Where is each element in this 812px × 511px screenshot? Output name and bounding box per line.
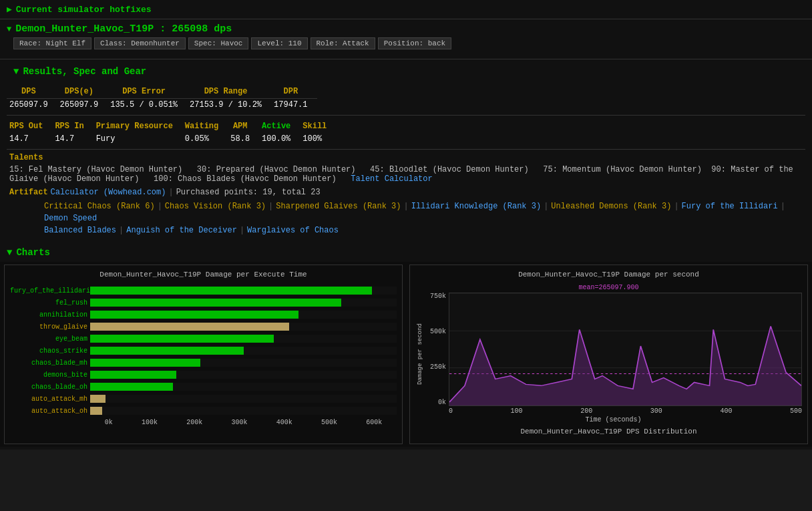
- talents-label: Talents: [9, 153, 43, 162]
- main-title-section: ▼ Demon_Hunter_Havoc_T19P : 265098 dps R…: [0, 19, 812, 59]
- hotfix-label: Current simulator hotfixes: [16, 5, 152, 15]
- bar-fill: [90, 359, 200, 367]
- power-chaos-vision[interactable]: Chaos Vision (Rank 3): [165, 202, 266, 211]
- artifact-calculator-link: Calculator (Wowhead.com): [51, 188, 166, 197]
- line-chart-container: Demon_Hunter_Havoc_T19P Damage per secon…: [409, 265, 808, 444]
- bar-row: chaos_blade_oh: [10, 381, 397, 392]
- val-dpse: 265097.9: [57, 99, 108, 112]
- val-rps-out: 14.7: [7, 133, 52, 145]
- hotfix-triangle-icon: ▶: [7, 4, 12, 15]
- y-axis-labels: 750k 500k 250k 0k: [425, 293, 449, 406]
- bar-container: [90, 407, 397, 415]
- bar-label: chaos_blade_mh: [10, 359, 90, 367]
- bar-row: fury_of_the_illidari: [10, 285, 397, 296]
- page-title: Demon_Hunter_Havoc_T19P : 265098 dps: [15, 23, 232, 35]
- th-dpse: DPS(e): [57, 85, 108, 99]
- bar-fill: [90, 335, 274, 343]
- rps-table: RPS Out RPS In Primary Resource Waiting …: [7, 120, 336, 145]
- bar-fill: [90, 395, 106, 403]
- th-primary-resource: Primary Resource: [93, 120, 182, 133]
- power-demon-speed[interactable]: Demon Speed: [44, 214, 97, 223]
- th-apm: APM: [228, 120, 259, 133]
- bar-label: auto_attack_oh: [10, 407, 90, 415]
- th-rps-in: RPS In: [52, 120, 93, 133]
- th-dps-range: DPS Range: [187, 85, 271, 99]
- val-dpr: 17947.1: [271, 99, 317, 112]
- artifact-purchased: Purchased points: 19, total 23: [176, 188, 321, 197]
- val-dps-error: 135.5 / 0.051%: [108, 99, 187, 112]
- artifact-powers: Critical Chaos (Rank 6) | Chaos Vision (…: [7, 199, 805, 226]
- results-title: ▼ Results, Spec and Gear: [7, 62, 805, 81]
- bar-x-axis: 0k 100k 200k 300k 400k 500k 600k: [10, 419, 397, 426]
- line-chart-title: Demon_Hunter_Havoc_T19P Damage per secon…: [415, 271, 802, 279]
- bar-container: [90, 299, 397, 307]
- x-axis-title: Time (seconds): [425, 416, 802, 423]
- th-dps: DPS: [7, 85, 57, 99]
- power-unleashed-demons[interactable]: Unleashed Demons (Rank 3): [551, 202, 671, 211]
- bar-label: demons_bite: [10, 371, 90, 379]
- race-tag: Race: Night Elf: [13, 37, 91, 49]
- bar-fill: [90, 347, 244, 355]
- power-anguish-deceiver[interactable]: Anguish of the Deceiver: [126, 226, 237, 235]
- bar-row: chaos_blade_mh: [10, 357, 397, 368]
- talents-row: Talents 15: Fel Mastery (Havoc Demon Hun…: [7, 151, 805, 186]
- results-section: ▼ Results, Spec and Gear DPS DPS(e) DPS …: [0, 59, 812, 240]
- artifact-label: Artifact: [9, 188, 48, 197]
- th-active: Active: [259, 120, 300, 133]
- role-tag: Role: Attack: [311, 37, 375, 49]
- bar-chart-area: fury_of_the_illidarifel_rushannihilation…: [10, 284, 397, 417]
- talent-calculator-link[interactable]: Talent Calculator: [351, 174, 432, 184]
- power-illidari-knowledge[interactable]: Illidari Knowledge (Rank 3): [411, 202, 541, 211]
- bar-chart-container: Demon_Hunter_Havoc_T19P Damage per Execu…: [4, 265, 403, 444]
- val-dps-range: 27153.9 / 10.2%: [187, 99, 271, 112]
- bar-fill: [90, 311, 298, 319]
- th-skill: Skill: [300, 120, 336, 133]
- val-skill: 100%: [300, 133, 336, 145]
- charts-title: ▼ Charts: [0, 243, 812, 262]
- mean-label: mean=265097.900: [415, 284, 802, 291]
- bar-container: [90, 347, 397, 355]
- spec-tag: Spec: Havoc: [188, 37, 249, 49]
- bar-container: [90, 311, 397, 319]
- line-chart-area: Damage per second 750k 500k 250k 0k: [415, 293, 802, 423]
- results-triangle-icon: ▼: [13, 66, 19, 77]
- power-sharpened-glaives[interactable]: Sharpened Glaives (Rank 3): [276, 202, 401, 211]
- bar-chart-title: Demon_Hunter_Havoc_T19P Damage per Execu…: [10, 271, 397, 279]
- bar-row: auto_attack_mh: [10, 393, 397, 404]
- charts-container: Demon_Hunter_Havoc_T19P Damage per Execu…: [0, 262, 812, 447]
- bar-container: [90, 395, 397, 403]
- y-axis-label-container: Damage per second: [415, 293, 425, 423]
- line-chart-with-yaxis: 750k 500k 250k 0k: [425, 293, 802, 406]
- line-chart-svg-container: [449, 293, 802, 406]
- bar-fill: [90, 371, 176, 379]
- y-axis-label: Damage per second: [417, 331, 423, 385]
- x-axis-labels: 0 100 200 300 400 500: [425, 406, 802, 415]
- position-tag: Position: back: [378, 37, 451, 49]
- bar-row: auto_attack_oh: [10, 405, 397, 416]
- bar-container: [90, 287, 397, 295]
- bar-label: fury_of_the_illidari: [10, 287, 90, 295]
- bar-label: auto_attack_mh: [10, 395, 90, 403]
- th-rps-out: RPS Out: [7, 120, 52, 133]
- power-fury-of-illidari[interactable]: Fury of the Illidari: [682, 202, 778, 211]
- bar-row: eye_beam: [10, 333, 397, 344]
- power-critical-chaos[interactable]: Critical Chaos (Rank 6): [44, 202, 155, 211]
- bar-label: annihilation: [10, 311, 90, 319]
- power-balanced-blades[interactable]: Balanced Blades: [44, 226, 116, 235]
- charts-triangle-icon: ▼: [7, 247, 12, 258]
- bar-label: eye_beam: [10, 335, 90, 343]
- dps-dist-title: Demon_Hunter_Havoc_T19P DPS Distribution: [415, 423, 802, 438]
- bar-row: fel_rush: [10, 297, 397, 308]
- class-tag: Class: Demonhunter: [94, 37, 186, 49]
- val-active: 100.0%: [259, 133, 300, 145]
- bar-label: chaos_strike: [10, 347, 90, 355]
- bar-fill: [90, 383, 173, 391]
- bar-label: throw_glaive: [10, 323, 90, 331]
- bar-row: chaos_strike: [10, 345, 397, 356]
- bar-container: [90, 335, 397, 343]
- line-chart-inner: 750k 500k 250k 0k: [425, 293, 802, 423]
- val-apm: 58.8: [228, 133, 259, 145]
- artifact-row: Artifact Calculator (Wowhead.com) | Purc…: [7, 186, 805, 199]
- power-warglaives-chaos[interactable]: Warglaives of Chaos: [247, 226, 339, 235]
- bar-container: [90, 359, 397, 367]
